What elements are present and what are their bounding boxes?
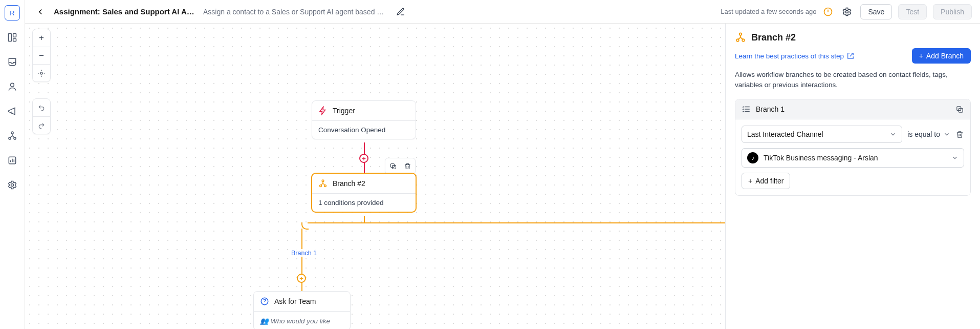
trigger-title: Trigger	[333, 107, 355, 115]
workspace-avatar[interactable]: R	[5, 5, 20, 20]
delete-condition-button[interactable]	[955, 130, 964, 139]
back-button[interactable]	[33, 5, 48, 19]
field-select[interactable]: Last Interacted Channel	[742, 126, 902, 143]
undo-button[interactable]	[33, 99, 50, 116]
workflow-settings-button[interactable]	[840, 5, 854, 19]
side-panel: Branch #2 Learn the best practices of th…	[725, 24, 980, 329]
branch-icon	[318, 179, 328, 188]
last-updated-text: Last updated a few seconds ago	[721, 8, 816, 15]
add-step-branch1-button[interactable]: +	[297, 274, 306, 283]
add-branch-button[interactable]: +Add Branch	[912, 48, 971, 64]
save-button[interactable]: Save	[860, 4, 892, 19]
list-icon	[742, 105, 751, 114]
redo-button[interactable]	[33, 116, 50, 134]
edit-title-button[interactable]	[394, 5, 408, 19]
nav-reports-icon[interactable]	[5, 153, 20, 168]
test-button[interactable]: Test	[898, 4, 927, 19]
chevron-down-icon	[943, 131, 950, 138]
ask-node[interactable]: Ask for Team 👥 Who would you like	[253, 291, 351, 329]
add-step-button[interactable]: +	[359, 154, 368, 163]
top-header: Assignment: Sales and Support AI Ag... A…	[25, 0, 980, 24]
svg-point-11	[40, 72, 42, 74]
duplicate-node-button[interactable]	[386, 159, 400, 173]
lightning-icon	[318, 106, 328, 115]
plus-icon: +	[919, 52, 923, 60]
question-icon	[260, 297, 269, 306]
add-filter-button[interactable]: +Add filter	[742, 173, 790, 189]
external-link-icon	[847, 52, 854, 59]
zoom-out-button[interactable]: −	[33, 47, 50, 64]
field-select-value: Last Interacted Channel	[747, 130, 823, 138]
trigger-node[interactable]: Trigger Conversation Opened	[312, 100, 416, 139]
svg-point-10	[846, 10, 848, 13]
page-title: Assignment: Sales and Support AI Ag...	[54, 7, 197, 16]
tiktok-icon: ♪	[747, 152, 758, 163]
warning-icon[interactable]	[822, 6, 834, 17]
branch-node-title: Branch #2	[333, 179, 365, 188]
trigger-body: Conversation Opened	[312, 120, 416, 139]
publish-button[interactable]: Publish	[933, 4, 972, 19]
operator-select[interactable]: is equal to	[907, 130, 950, 138]
learn-link-text: Learn the best practices of this step	[735, 52, 844, 60]
svg-point-18	[739, 33, 742, 35]
ask-node-title: Ask for Team	[274, 297, 316, 305]
avatar-letter: R	[10, 9, 14, 17]
operator-value: is equal to	[907, 130, 940, 138]
chevron-down-icon	[889, 131, 897, 138]
svg-point-4	[11, 132, 13, 134]
branch1-label[interactable]: Branch 1	[289, 249, 319, 257]
svg-rect-1	[13, 34, 16, 37]
svg-rect-2	[13, 39, 16, 42]
plus-icon: +	[748, 177, 752, 185]
nav-dashboard-icon[interactable]	[5, 30, 20, 45]
nav-inbox-icon[interactable]	[5, 54, 20, 70]
nav-contacts-icon[interactable]	[5, 79, 20, 94]
connector-branch1-down	[301, 229, 302, 295]
svg-point-14	[322, 180, 324, 182]
svg-point-3	[11, 83, 14, 87]
zoom-controls: + −	[32, 29, 51, 82]
node-action-toolbar	[385, 158, 416, 174]
page-subtitle: Assign a contact to a Sales or Support A…	[203, 8, 387, 16]
history-controls	[32, 98, 51, 134]
left-mini-sidebar: R	[0, 0, 25, 329]
value-select[interactable]: ♪ TikTok Business messaging - Arslan	[742, 148, 964, 168]
zoom-fit-button[interactable]	[33, 64, 50, 81]
branch-name[interactable]: Branch 1	[756, 105, 950, 113]
panel-description: Allows workflow branches to be created b…	[735, 70, 971, 90]
workflow-canvas[interactable]: + − + +	[25, 24, 725, 329]
panel-branch-icon	[735, 32, 746, 43]
nav-broadcast-icon[interactable]	[5, 104, 20, 119]
branch-config-block: Branch 1 Last Interacted Channel is equa…	[735, 99, 971, 196]
connector-h-left	[308, 222, 364, 223]
copy-branch-button[interactable]	[955, 105, 964, 114]
panel-title: Branch #2	[751, 32, 796, 43]
zoom-in-button[interactable]: +	[33, 29, 50, 47]
svg-rect-0	[9, 34, 12, 42]
svg-point-8	[11, 184, 14, 187]
branch-node-body: 1 conditions provided	[312, 193, 416, 212]
connector-h-right	[364, 222, 725, 223]
nav-settings-icon[interactable]	[5, 177, 20, 193]
chevron-down-icon	[951, 154, 959, 161]
learn-link[interactable]: Learn the best practices of this step	[735, 52, 854, 60]
branch-node[interactable]: Branch #2 1 conditions provided	[312, 173, 416, 212]
value-text: TikTok Business messaging - Arslan	[764, 154, 946, 162]
add-filter-label: Add filter	[755, 177, 783, 185]
ask-node-body: 👥 Who would you like	[254, 311, 350, 329]
nav-workflows-icon[interactable]	[5, 128, 20, 143]
delete-node-button[interactable]	[401, 159, 414, 173]
add-branch-label: Add Branch	[926, 52, 964, 60]
